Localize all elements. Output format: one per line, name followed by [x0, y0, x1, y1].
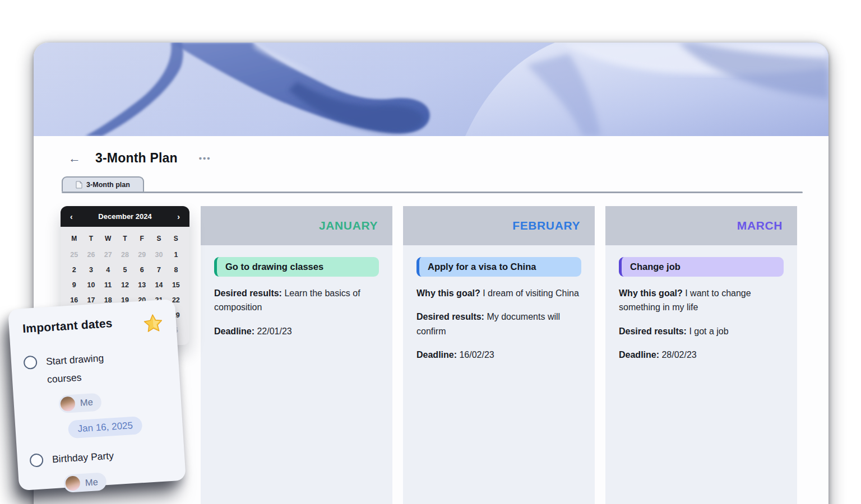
calendar-weekday: M	[66, 230, 82, 248]
cover-banner	[34, 43, 828, 136]
goal-fields: Why this goal? I dream of visiting China…	[416, 286, 581, 362]
month-body: Change job Why this goal? I want to chan…	[605, 245, 797, 504]
calendar-day[interactable]: 6	[133, 263, 150, 278]
calendar-day[interactable]: 11	[100, 278, 117, 293]
calendar-header: ‹ December 2024 ›	[61, 206, 189, 227]
months-row: JANUARY Go to drawing classes Desired re…	[201, 206, 797, 504]
goal-fields: Why this goal? I want to change somethin…	[619, 286, 784, 362]
calendar-day[interactable]: 26	[82, 248, 99, 263]
page-title: 3-Month Plan	[95, 151, 178, 166]
tab-label: 3-Month plan	[86, 181, 130, 189]
month-body: Apply for a visa to China Why this goal?…	[403, 245, 595, 504]
month-body: Go to drawing classes Desired results: L…	[201, 245, 392, 504]
avatar	[60, 396, 76, 412]
important-dates-title: Important dates	[22, 316, 113, 335]
calendar-day[interactable]: 27	[100, 248, 117, 263]
checkbox-icon[interactable]	[23, 356, 37, 370]
goal-pill[interactable]: Go to drawing classes	[214, 257, 379, 277]
calendar-day[interactable]: 29	[133, 248, 150, 263]
assignee-label: Me	[85, 477, 98, 488]
calendar-day[interactable]: 7	[150, 263, 167, 278]
goal-pill[interactable]: Apply for a visa to China	[416, 257, 581, 277]
important-date-item: Birthday Party	[29, 443, 173, 470]
goal-field: Deadline: 16/02/23	[416, 348, 581, 362]
assignee-pill[interactable]: Me	[58, 393, 102, 413]
calendar-day[interactable]: 13	[133, 278, 150, 293]
goal-field: Desired results: Learn the basics of com…	[214, 286, 379, 315]
goal-fields: Desired results: Learn the basics of com…	[214, 286, 379, 338]
document-icon	[76, 181, 82, 189]
assignee-label: Me	[80, 397, 93, 408]
goal-label: Go to drawing classes	[225, 262, 323, 272]
more-options-icon[interactable]: •••	[199, 154, 211, 162]
calendar-day[interactable]: 1	[168, 248, 184, 263]
month-column: MARCH Change job Why this goal? I want t…	[605, 206, 797, 504]
calendar-next-icon[interactable]: ›	[175, 212, 182, 222]
calendar-day[interactable]: 30	[150, 248, 167, 263]
tab-3-month-plan[interactable]: 3-Month plan	[62, 176, 144, 192]
calendar-day[interactable]: 15	[168, 278, 184, 293]
goal-field: Desired results: My documents will confi…	[416, 310, 581, 338]
calendar-day[interactable]: 8	[168, 263, 184, 278]
calendar-day[interactable]: 3	[82, 263, 99, 278]
star-icon	[143, 313, 163, 333]
month-name: JANUARY	[319, 219, 378, 232]
important-date-label: Birthday Party	[52, 446, 114, 468]
calendar-day[interactable]: 12	[117, 278, 133, 293]
important-date-label: Start drawing courses	[45, 347, 137, 389]
goal-label: Apply for a visa to China	[428, 262, 536, 272]
goal-label: Change job	[630, 262, 681, 272]
calendar-weekday: S	[150, 230, 167, 248]
calendar-day[interactable]: 14	[150, 278, 167, 293]
month-name: FEBRUARY	[512, 219, 580, 232]
goal-field: Why this goal? I dream of visiting China	[416, 286, 581, 300]
calendar-weekday: T	[117, 230, 133, 248]
calendar-day[interactable]: 25	[66, 248, 82, 263]
calendar-day[interactable]: 4	[100, 263, 117, 278]
calendar-prev-icon[interactable]: ‹	[68, 212, 75, 222]
goal-field: Why this goal? I want to change somethin…	[619, 286, 784, 315]
goal-field: Deadline: 28/02/23	[619, 348, 784, 362]
avatar	[65, 475, 81, 491]
month-header: JANUARY	[201, 206, 392, 245]
calendar-weekday: W	[100, 230, 117, 248]
tab-strip: 3-Month plan	[34, 176, 828, 193]
tab-divider	[62, 192, 803, 193]
calendar-day[interactable]: 10	[82, 278, 99, 293]
calendar-day[interactable]: 28	[117, 248, 133, 263]
calendar-day[interactable]: 5	[117, 263, 133, 278]
month-header: FEBRUARY	[403, 206, 595, 245]
important-dates-header: Important dates	[21, 313, 165, 340]
goal-field: Desired results: I got a job	[619, 324, 784, 338]
date-pill[interactable]: Jan 16, 2025	[68, 416, 143, 438]
goal-pill[interactable]: Change job	[619, 257, 784, 277]
month-name: MARCH	[737, 219, 783, 232]
calendar-weekday: S	[168, 230, 184, 248]
calendar-weekday: T	[82, 230, 99, 248]
goal-field: Deadline: 22/01/23	[214, 324, 379, 338]
page-header: ← 3-Month Plan •••	[68, 151, 828, 166]
assignee-pill[interactable]: Me	[63, 472, 107, 493]
month-header: MARCH	[605, 206, 797, 245]
back-arrow-icon[interactable]: ←	[68, 152, 81, 165]
calendar-day[interactable]: 2	[66, 263, 82, 278]
calendar-day[interactable]: 9	[66, 278, 82, 293]
calendar-weekday: F	[133, 230, 150, 248]
important-dates-card: Important dates Start drawing coursesMeJ…	[8, 299, 186, 491]
checkbox-icon[interactable]	[29, 453, 43, 467]
month-column: FEBRUARY Apply for a visa to China Why t…	[403, 206, 595, 504]
wave-artwork	[34, 43, 828, 136]
month-column: JANUARY Go to drawing classes Desired re…	[201, 206, 392, 504]
important-date-item: Start drawing courses	[23, 345, 168, 390]
important-dates-items: Start drawing coursesMeJan 16, 2025Birth…	[23, 345, 174, 496]
calendar-month-label: December 2024	[98, 212, 151, 221]
